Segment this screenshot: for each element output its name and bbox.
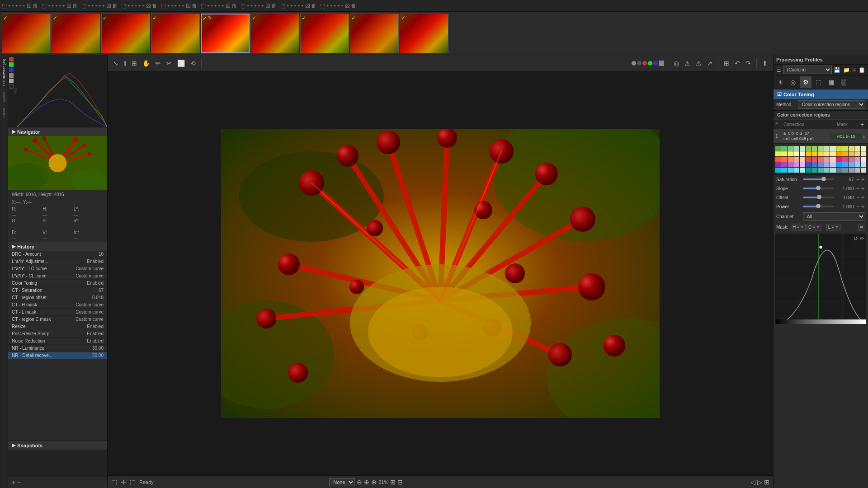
filmstrip-del-btn-3[interactable]: 🗑 — [112, 3, 118, 9]
hist-color-b[interactable] — [9, 68, 14, 72]
hist-color-r[interactable] — [9, 57, 14, 61]
palette-cell-0[interactable] — [775, 146, 781, 151]
history-item-3[interactable]: L*a*b* - CL curve Custom curve — [8, 272, 107, 280]
tool-histogram-btn[interactable]: ◎ — [672, 59, 681, 68]
history-item-13[interactable]: NR - Luminance 30.00 — [8, 345, 107, 352]
view-green-dot[interactable] — [648, 61, 652, 66]
palette-cell-60[interactable] — [775, 168, 781, 173]
bottom-nav-left[interactable]: ◁ — [750, 479, 755, 486]
saturation-thumb[interactable] — [821, 177, 826, 181]
history-item-0[interactable]: DRC - Amount 10 — [8, 251, 107, 258]
zoom-fit-btn[interactable]: ⊕ — [364, 479, 369, 486]
bottom-fullscreen[interactable]: ⊞ — [764, 479, 769, 486]
palette-cell-74[interactable] — [861, 168, 866, 173]
filmstrip-del-btn-8[interactable]: 🗑 — [311, 3, 316, 9]
tool-pan[interactable]: ✋ — [141, 59, 152, 68]
palette-cell-45[interactable] — [775, 162, 781, 167]
palette-cell-58[interactable] — [854, 162, 860, 167]
palette-cell-73[interactable] — [854, 168, 860, 173]
filmstrip-add-btn-2[interactable]: ☒ — [66, 3, 71, 9]
profile-save-btn[interactable]: 💾 — [833, 67, 841, 73]
palette-cell-69[interactable] — [830, 168, 835, 173]
palette-cell-51[interactable] — [812, 162, 817, 167]
curve-edit-pencil[interactable]: ✏ — [860, 235, 864, 242]
mask-h-btn[interactable]: H ▲ ▼ — [791, 224, 806, 230]
filmstrip-add-btn-5[interactable]: ☒ — [186, 3, 191, 9]
bottom-tools-btn[interactable]: ⬚ — [130, 479, 136, 486]
tool-info[interactable]: ℹ — [122, 59, 128, 68]
tool-pencil[interactable]: ✏ — [154, 59, 163, 68]
filmstrip-del-btn-2[interactable]: 🗑 — [72, 3, 78, 9]
bottom-profile-btn[interactable]: ✛ — [121, 479, 126, 486]
profile-copy-btn[interactable]: ⎘ — [852, 67, 857, 73]
tool-transform[interactable]: ⟲ — [189, 59, 198, 68]
history-item-5[interactable]: CT - Saturation 67 — [8, 287, 107, 294]
history-item-11[interactable]: Post-Resize Sharp... Enabled — [8, 330, 107, 338]
mask-edit-btn[interactable]: ✏ — [858, 224, 865, 230]
filmstrip-del-btn-1[interactable]: 🗑 — [33, 3, 38, 9]
saturation-slider[interactable] — [803, 178, 834, 180]
view-square-mode[interactable] — [659, 61, 664, 66]
palette-cell-10[interactable] — [836, 146, 842, 151]
history-item-7[interactable]: CT - H mask Custom curve — [8, 301, 107, 309]
history-item-12[interactable]: Noise Reduction Enabled — [8, 338, 107, 345]
right-tab-transform[interactable]: ⬚ — [812, 76, 824, 88]
right-tab-raw[interactable]: ▦ — [825, 76, 837, 88]
palette-cell-22[interactable] — [818, 151, 823, 156]
palette-cell-2[interactable] — [788, 146, 793, 151]
slope-increment[interactable]: + — [861, 185, 865, 192]
palette-cell-18[interactable] — [793, 151, 799, 156]
history-item-2[interactable]: L*a*b* - LC curve Custom curve — [8, 265, 107, 272]
palette-cell-7[interactable] — [818, 146, 823, 151]
view-single-dot[interactable] — [632, 61, 636, 66]
bottom-save-btn[interactable]: ⬚ — [111, 479, 117, 486]
method-select[interactable]: Color correction regions — [798, 100, 865, 109]
palette-cell-62[interactable] — [788, 168, 793, 173]
palette-cell-19[interactable] — [800, 151, 805, 156]
palette-cell-48[interactable] — [793, 162, 799, 167]
color-toning-enabled-checkbox[interactable]: ☑ — [777, 91, 782, 97]
tab-queue[interactable]: Queue — [1, 90, 7, 104]
palette-cell-66[interactable] — [812, 168, 817, 173]
right-tab-exposure[interactable]: ☀ — [774, 76, 786, 88]
palette-cell-47[interactable] — [788, 162, 793, 167]
snapshot-add-btn[interactable]: + — [12, 479, 15, 486]
filmstrip-thumb-8[interactable]: ✓ — [350, 14, 399, 53]
profile-select[interactable]: (Custom) — [783, 66, 832, 74]
tool-crop[interactable]: ⬜ — [175, 59, 187, 68]
palette-cell-6[interactable] — [812, 146, 817, 151]
offset-thumb[interactable] — [817, 195, 821, 199]
palette-cell-70[interactable] — [836, 168, 842, 173]
palette-cell-28[interactable] — [854, 151, 860, 156]
tool-nav-prev[interactable]: ↶ — [733, 59, 742, 68]
power-slider[interactable] — [803, 206, 834, 207]
mask-c-btn[interactable]: C ▲ ▼ — [807, 224, 821, 230]
right-tab-detail[interactable]: ⚙ — [800, 76, 811, 88]
hist-color-l[interactable] — [9, 73, 14, 78]
profile-load-btn[interactable]: 📁 — [842, 67, 851, 73]
snapshots-header[interactable]: ▶ Snapshots — [8, 441, 107, 450]
hist-color-g[interactable] — [9, 62, 14, 67]
offset-decrement[interactable]: − — [856, 194, 860, 201]
power-increment[interactable]: + — [861, 203, 865, 210]
palette-cell-34[interactable] — [800, 157, 805, 162]
palette-cell-21[interactable] — [812, 151, 817, 156]
palette-cell-56[interactable] — [842, 162, 848, 167]
filmstrip-add-btn-6[interactable]: ☒ — [226, 3, 231, 9]
mask-l-btn[interactable]: L ▲ ▼ — [826, 224, 840, 230]
palette-cell-25[interactable] — [836, 151, 842, 156]
filmstrip-add-btn-4[interactable]: ☒ — [146, 3, 151, 9]
palette-cell-57[interactable] — [849, 162, 854, 167]
tool-export[interactable]: ↗ — [705, 59, 714, 68]
filmstrip-del-btn-4[interactable]: 🗑 — [152, 3, 157, 9]
filmstrip-thumb-3[interactable]: ✓ — [101, 14, 150, 53]
palette-cell-65[interactable] — [806, 168, 811, 173]
tab-editor[interactable]: Editor — [1, 106, 7, 119]
palette-cell-43[interactable] — [854, 157, 860, 162]
channel-select[interactable]: All R G B — [803, 212, 865, 221]
palette-cell-55[interactable] — [836, 162, 842, 167]
snapshot-del-btn[interactable]: − — [17, 479, 21, 486]
palette-cell-13[interactable] — [854, 146, 860, 151]
tool-warning2[interactable]: ⚠ — [694, 59, 703, 68]
zoom-fill-btn[interactable]: ⊟ — [397, 479, 403, 486]
